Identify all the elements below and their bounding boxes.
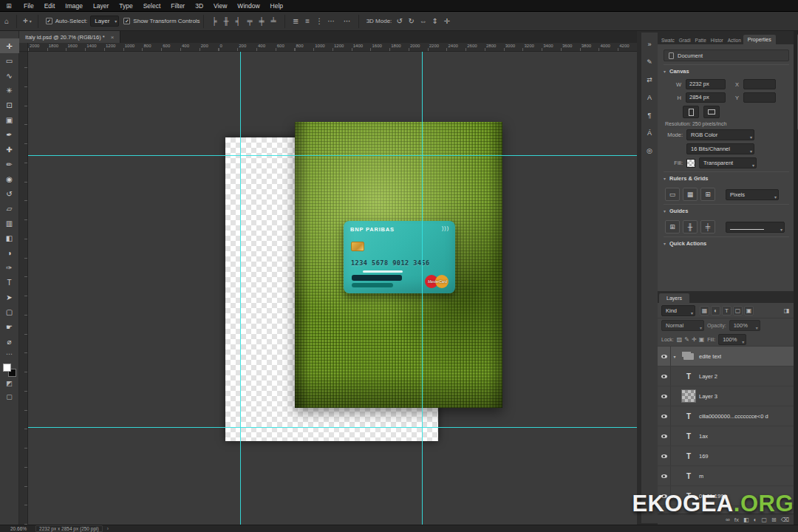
eraser-tool[interactable]: ▱ <box>0 201 19 216</box>
x-field[interactable] <box>743 79 776 89</box>
crop-tool[interactable]: ⊡ <box>0 98 19 112</box>
layer-row[interactable]: 169 <box>658 446 795 466</box>
menu-item[interactable]: Type <box>114 0 137 12</box>
canvas-area[interactable]: BNP PARIBAS ))) 1234 5678 9012 3456 Mast… <box>28 52 637 525</box>
auto-select-checkbox[interactable] <box>46 18 52 24</box>
align-left-icon[interactable]: ╞ <box>210 17 219 25</box>
rulers-grids-section-header[interactable]: Rulers & Grids <box>664 171 789 184</box>
guides-section-header[interactable]: Guides <box>664 204 789 216</box>
distribute-spacing-h-icon[interactable]: ⋯ <box>327 17 336 25</box>
align-right-icon[interactable]: ╡ <box>233 17 243 25</box>
menu-item[interactable]: Edit <box>39 0 61 12</box>
close-icon[interactable]: × <box>111 34 115 41</box>
group-expand-icon[interactable] <box>671 354 678 359</box>
distribute-spacing-v-icon[interactable]: ⋮ <box>315 17 324 25</box>
menu-item[interactable]: Image <box>60 0 88 12</box>
layer-fill-dropdown[interactable]: 100% <box>718 334 746 345</box>
canvas-section-header[interactable]: Canvas <box>664 64 789 77</box>
menu-item[interactable]: Window <box>232 0 265 12</box>
menu-item[interactable]: View <box>208 0 232 12</box>
visibility-toggle[interactable] <box>658 347 671 366</box>
panel-tab[interactable]: Properties <box>743 35 776 44</box>
home-icon[interactable]: ⌂ <box>0 17 13 25</box>
distribute-vertical-icon[interactable]: ≣ <box>291 17 301 25</box>
type-tool[interactable]: T <box>0 275 19 290</box>
menu-item[interactable]: Filter <box>166 0 190 12</box>
color-swatches[interactable] <box>3 364 16 377</box>
more-options-icon[interactable]: ⋯ <box>339 17 355 25</box>
units-dropdown[interactable]: Pixels <box>726 189 779 200</box>
color-mode-dropdown[interactable]: RGB Color <box>686 129 754 140</box>
rectangular-marquee-tool[interactable]: ▭ <box>0 53 19 68</box>
gradient-tool[interactable]: ▥ <box>0 216 19 231</box>
active-tool-icon[interactable]: ✛ ▾ <box>20 18 35 24</box>
vertical-guide[interactable] <box>422 52 423 525</box>
toggle-grid-icon[interactable]: ▦ <box>683 188 698 201</box>
blend-mode-dropdown[interactable]: Normal <box>661 320 704 331</box>
layer-row[interactable]: Layer 2 <box>658 366 795 386</box>
properties-context[interactable]: Document <box>664 50 789 61</box>
filter-type-layers-icon[interactable]: T <box>722 306 732 316</box>
status-chevron-icon[interactable]: › <box>107 526 109 531</box>
credit-card-layer[interactable]: BNP PARIBAS ))) 1234 5678 9012 3456 Mast… <box>344 221 455 293</box>
hand-tool[interactable]: ☛ <box>0 319 19 334</box>
visibility-toggle[interactable] <box>658 406 671 426</box>
menu-item[interactable]: 3D <box>190 0 208 12</box>
layer-row[interactable]: Layer 3 <box>658 386 795 406</box>
distribute-horizontal-icon[interactable]: ≡ <box>303 17 313 25</box>
eyedropper-tool[interactable]: ✒ <box>0 127 19 142</box>
layer-filter-kind-dropdown[interactable]: Kind <box>661 305 695 316</box>
guide-horizontal-icon[interactable]: ╪ <box>700 220 715 233</box>
3d-scale-icon[interactable]: ✛ <box>442 17 451 25</box>
menu-item[interactable]: Select <box>138 0 166 12</box>
3d-slide-icon[interactable]: ⇕ <box>430 17 440 25</box>
document-tab[interactable]: Italy id.psd @ 20.7% (RGB/16) * × <box>19 31 120 43</box>
magic-wand-tool[interactable]: ✳ <box>0 83 19 98</box>
panel-tab[interactable]: Histor <box>709 36 726 44</box>
align-bottom-icon[interactable]: ╧ <box>269 17 279 25</box>
frame-tool[interactable]: ▣ <box>0 112 19 127</box>
filter-pixel-layers-icon[interactable]: ▦ <box>700 306 709 316</box>
portrait-orientation-button[interactable] <box>683 106 699 118</box>
menu-item[interactable]: File <box>18 0 39 12</box>
layer-row[interactable]: m <box>658 466 795 486</box>
character-panel-icon[interactable]: A <box>641 90 658 105</box>
new-guide-layout-icon[interactable]: ⊞ <box>665 220 680 233</box>
collapse-panels-icon[interactable]: » <box>641 37 658 52</box>
opacity-dropdown[interactable]: 100% <box>729 320 760 331</box>
horizontal-ruler[interactable]: 2000180016001400120010008006004002000200… <box>28 43 637 52</box>
toggle-rulers-icon[interactable]: ▭ <box>665 188 680 201</box>
panel-tab[interactable]: Patte <box>693 36 709 44</box>
bit-depth-dropdown[interactable]: 16 Bits/Channel <box>686 143 754 154</box>
y-field[interactable] <box>743 92 776 103</box>
brush-settings-icon[interactable]: ✎ <box>641 55 658 69</box>
3d-roll-icon[interactable]: ↻ <box>406 17 416 25</box>
history-brush-tool[interactable]: ↺ <box>0 186 19 201</box>
3d-rotate-icon[interactable]: ↺ <box>395 17 404 25</box>
libraries-icon[interactable]: ⇄ <box>641 72 658 87</box>
horizontal-guide[interactable] <box>28 155 637 156</box>
panel-scrollbar[interactable] <box>794 31 798 525</box>
toggle-snap-icon[interactable]: ⊞ <box>700 188 715 201</box>
landscape-orientation-button[interactable] <box>703 106 720 118</box>
auto-select-dropdown[interactable]: Layer <box>90 16 119 27</box>
brush-tool[interactable]: ✏ <box>0 157 19 171</box>
panel-tab[interactable]: Action <box>726 36 743 44</box>
screen-mode-button[interactable]: ▢ <box>6 390 13 403</box>
width-field[interactable]: 2232 px <box>686 79 726 89</box>
blur-tool[interactable]: ◧ <box>0 231 19 245</box>
align-top-icon[interactable]: ╤ <box>245 17 255 25</box>
visibility-toggle[interactable] <box>658 366 671 386</box>
menu-item[interactable]: Layer <box>88 0 114 12</box>
path-selection-tool[interactable]: ➤ <box>0 290 19 304</box>
tab-layers[interactable]: Layers <box>659 293 689 303</box>
align-center-h-icon[interactable]: ╫ <box>222 17 231 25</box>
pen-tool[interactable]: ✑ <box>0 260 19 275</box>
healing-brush-tool[interactable]: ✚ <box>0 142 19 157</box>
menu-item[interactable]: Help <box>265 0 288 12</box>
fill-swatch[interactable] <box>686 159 695 168</box>
filter-smart-objects-icon[interactable]: ▣ <box>744 306 754 316</box>
panel-tab[interactable]: Swatc <box>659 36 677 44</box>
quick-mask-button[interactable]: ◩ <box>6 377 13 390</box>
align-middle-icon[interactable]: ╪ <box>257 17 267 25</box>
